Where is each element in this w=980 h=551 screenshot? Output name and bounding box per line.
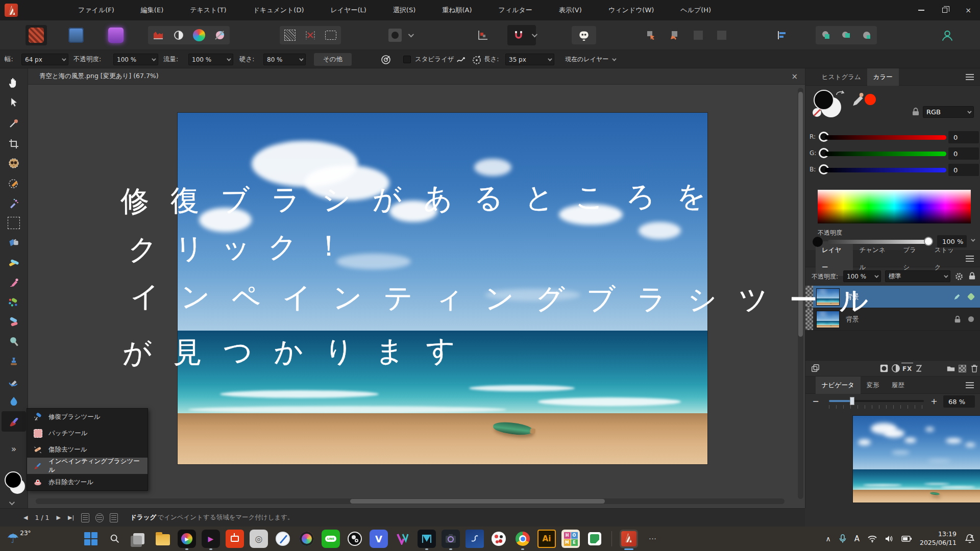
new-layer-icon[interactable]: [957, 363, 969, 374]
speaker-icon[interactable]: [885, 535, 893, 542]
vegas-app[interactable]: [394, 530, 412, 548]
layer-locked-icon[interactable]: [954, 315, 961, 323]
document-tab[interactable]: 青空と海の風景.png [変更あり] (67.7%): [39, 72, 159, 81]
mask-layer-icon[interactable]: [878, 363, 890, 374]
zoom-out-button[interactable]: −: [810, 395, 822, 407]
quick-mask-icon[interactable]: [388, 28, 402, 42]
tray-chevron-icon[interactable]: ∧: [825, 535, 830, 543]
next-page-icon[interactable]: ▶: [57, 514, 61, 521]
color-opacity-track[interactable]: [828, 240, 930, 244]
select-hatched-icon[interactable]: [283, 28, 297, 42]
zoom-slider-track[interactable]: [829, 400, 924, 402]
move-to-front-icon[interactable]: [644, 28, 658, 42]
layer-visible-icon[interactable]: [967, 293, 975, 301]
paint-brush-tool[interactable]: [3, 273, 25, 291]
menu-layer[interactable]: レイヤー(L): [317, 0, 380, 20]
color-model-dropdown[interactable]: RGB: [923, 106, 974, 118]
move-forward-icon[interactable]: [691, 28, 705, 42]
gradient-eraser-tool[interactable]: [3, 254, 25, 272]
close-button[interactable]: ×: [957, 0, 980, 20]
brush-width-dropdown[interactable]: 64 px: [21, 54, 68, 65]
minimize-button[interactable]: [910, 0, 933, 20]
swap-colors-icon[interactable]: [835, 89, 845, 98]
document-canvas-image[interactable]: [177, 112, 708, 465]
live-filter-icon[interactable]: [913, 363, 925, 374]
smudge-blur-drop-tool[interactable]: [3, 392, 25, 411]
align-icon[interactable]: [775, 28, 789, 42]
dodge-burn-brush-tool[interactable]: [3, 372, 25, 391]
history-cycle-icon[interactable]: [95, 513, 104, 522]
browser-compass-app[interactable]: [274, 530, 292, 548]
layer-thumbnail[interactable]: [816, 311, 840, 328]
blue-value[interactable]: 0: [948, 164, 979, 176]
menu-help[interactable]: ヘルプ(H): [667, 0, 724, 20]
color-picker-tool[interactable]: [3, 114, 25, 133]
blue-slider-track[interactable]: [825, 168, 946, 172]
histogram-icon[interactable]: [151, 28, 165, 42]
flood-select-wand-tool[interactable]: [3, 194, 25, 212]
tab-transform[interactable]: 変形: [861, 377, 886, 394]
taskbar-overflow-button[interactable]: ···: [644, 530, 662, 548]
layer-lock-icon[interactable]: [968, 271, 976, 281]
assistant-doc-icon[interactable]: [81, 513, 89, 522]
chrome-app[interactable]: [513, 530, 532, 548]
horizontal-scroll-thumb[interactable]: [350, 499, 605, 504]
photo-persona-icon[interactable]: [29, 28, 44, 43]
silkypix-app[interactable]: [465, 530, 484, 548]
stabilizer-checkbox[interactable]: [403, 56, 411, 63]
dots-app[interactable]: [489, 530, 508, 548]
vertical-scrollbar[interactable]: [798, 88, 803, 499]
menu-arrange[interactable]: 重ね順(A): [429, 0, 485, 20]
zoom-value[interactable]: 68 %: [943, 395, 975, 408]
develop-persona-icon[interactable]: [108, 28, 124, 43]
eraser-tool[interactable]: [3, 313, 25, 331]
color-opacity-knob[interactable]: [924, 237, 933, 246]
mask-dropdown[interactable]: [388, 26, 412, 44]
last-page-icon[interactable]: ▶|: [68, 514, 74, 521]
more-tools-chevron[interactable]: »: [3, 440, 25, 458]
camera-app[interactable]: [442, 530, 460, 548]
prev-page-icon[interactable]: ◀: [23, 514, 28, 521]
rope-stabilizer-icon[interactable]: [454, 53, 469, 67]
selection-brush-tool[interactable]: [3, 154, 25, 172]
insert-behind-icon[interactable]: [819, 28, 833, 42]
insert-on-top-icon[interactable]: [860, 28, 874, 42]
navigator-thumbnail[interactable]: [852, 415, 980, 503]
task-view-button[interactable]: [130, 530, 148, 548]
red-value[interactable]: 0: [948, 131, 979, 143]
foreground-color-circle[interactable]: [814, 90, 834, 110]
menu-edit[interactable]: 編集(E): [128, 0, 177, 20]
zoom-slider-handle[interactable]: [850, 397, 854, 405]
duplicate-layer-icon[interactable]: [810, 363, 821, 374]
sticky-note-app[interactable]: [585, 530, 604, 548]
green-slider-track[interactable]: [825, 152, 946, 156]
microphone-icon[interactable]: [839, 534, 846, 543]
delete-layer-trash-icon[interactable]: [968, 363, 980, 374]
clone-stamp-tool[interactable]: [3, 353, 25, 371]
video-capture-app[interactable]: [226, 530, 244, 548]
color-picker-pipette-icon[interactable]: [850, 91, 866, 108]
panel-menu-icon[interactable]: [966, 256, 974, 262]
chevron-down-icon[interactable]: [971, 237, 975, 241]
flyout-item-blemish-removal[interactable]: 傷除去ツール: [27, 441, 148, 458]
search-button[interactable]: [106, 530, 124, 548]
brush-opacity-dropdown[interactable]: 100 %: [113, 54, 158, 65]
home-tiles-app[interactable]: HOME: [561, 530, 580, 548]
zoom-in-button[interactable]: +: [928, 395, 940, 407]
menu-view[interactable]: 表示(V): [546, 0, 595, 20]
foreground-color-swatch[interactable]: [5, 471, 22, 489]
clock-widget[interactable]: 13:19 2025/06/11: [920, 530, 957, 547]
tab-close-icon[interactable]: ×: [791, 72, 798, 81]
media-player-app[interactable]: ▶: [178, 530, 196, 548]
paint-palette-app[interactable]: [298, 530, 316, 548]
color-wheel-icon[interactable]: [192, 28, 206, 42]
insert-inside-icon[interactable]: [839, 28, 853, 42]
taskbar-weather-widget[interactable]: ☂ 23°: [7, 529, 31, 548]
liquify-persona-icon[interactable]: [68, 28, 84, 43]
invert-selection-icon[interactable]: [324, 28, 338, 42]
green-value[interactable]: 0: [948, 147, 979, 160]
layer-visible-icon[interactable]: [968, 316, 974, 322]
assistant-robot-icon[interactable]: [577, 28, 591, 42]
snapping-magnet[interactable]: [511, 26, 536, 44]
picked-color-dot[interactable]: [865, 94, 876, 105]
